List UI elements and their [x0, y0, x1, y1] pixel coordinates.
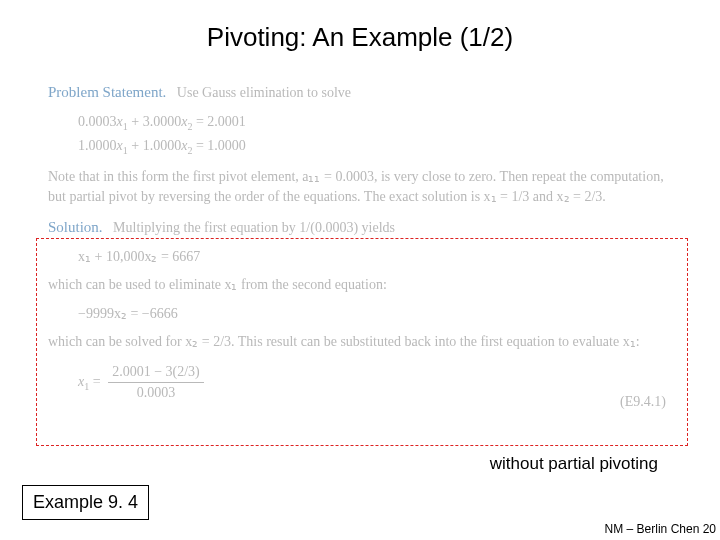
caption-text: without partial pivoting	[490, 454, 658, 474]
footer-text: NM – Berlin Chen 20	[605, 522, 716, 536]
eq2-rhs: 1.0000	[207, 138, 246, 153]
eq2-coef-b: 1.0000	[143, 138, 182, 153]
eq1-coef-b: 3.0000	[143, 114, 182, 129]
var-x2: x2	[181, 138, 192, 153]
equation-2: 1.0000x1 + 1.0000x2 = 1.0000	[78, 136, 678, 158]
solution-intro: Multiplying the first equation by 1/(0.0…	[113, 220, 395, 235]
highlight-box	[36, 238, 688, 446]
problem-note: Note that in this form the first pivot e…	[48, 167, 678, 208]
example-label: Example 9. 4	[33, 492, 138, 512]
eq2-coef-a: 1.0000	[78, 138, 117, 153]
eq1-coef-a: 0.0003	[78, 114, 117, 129]
problem-intro: Use Gauss elimination to solve	[177, 85, 351, 100]
var-x1: x1	[117, 114, 128, 129]
example-label-box: Example 9. 4	[22, 485, 149, 520]
problem-heading: Problem Statement.	[48, 84, 166, 100]
problem-section: Problem Statement. Use Gauss elimination…	[48, 82, 678, 104]
solution-section: Solution. Multiplying the first equation…	[48, 217, 678, 239]
equation-block-1: 0.0003x1 + 3.0000x2 = 2.0001 1.0000x1 + …	[78, 112, 678, 159]
page-title: Pivoting: An Example (1/2)	[0, 22, 720, 53]
eq1-rhs: 2.0001	[207, 114, 246, 129]
solution-heading: Solution.	[48, 219, 103, 235]
var-x2: x2	[181, 114, 192, 129]
var-x1: x1	[117, 138, 128, 153]
equation-1: 0.0003x1 + 3.0000x2 = 2.0001	[78, 112, 678, 134]
